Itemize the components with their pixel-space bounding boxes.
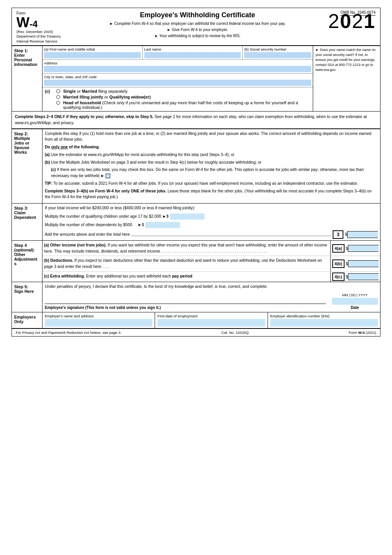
- instruction-1: ► Complete Form W-4 so that your employe…: [67, 21, 328, 27]
- step3-other-input[interactable]: [145, 222, 180, 228]
- step4a-row: (a) Other income (not from jobs). If you…: [42, 241, 380, 256]
- employer-name-label: Employer's name and address: [45, 314, 152, 318]
- step4a-text: (a) Other income (not from jobs). If you…: [42, 241, 330, 256]
- dept-line: Department of the Treasury: [16, 34, 61, 39]
- step2c-checkbox[interactable]: [106, 174, 110, 178]
- header-center: Employee's Withholding Certificate ► Com…: [67, 11, 328, 39]
- form-title: Employee's Withholding Certificate: [67, 11, 328, 19]
- step3-total-text: Add the amounts above and enter the tota…: [45, 232, 130, 238]
- date-input[interactable]: [332, 298, 378, 305]
- filing-opt3-label: Head of household (Check only if you're …: [63, 100, 310, 110]
- step2-do-one: Do only one of the following.: [45, 144, 378, 150]
- employer-date-cell: First date of employment: [155, 312, 268, 328]
- last-name-input[interactable]: [144, 52, 241, 58]
- signature-line[interactable]: [45, 293, 326, 304]
- last-name-label: Last name: [144, 47, 241, 51]
- last-name-block: Last name: [143, 46, 243, 59]
- step2-sub2: Jobs or: [14, 141, 40, 145]
- step1-side-note: ► Does your name match the name on your …: [313, 46, 380, 111]
- radio3[interactable]: [56, 101, 60, 105]
- step4b-box-area: 4(b) $: [330, 256, 380, 271]
- employer-ein-label: Employer identification number (EIN): [270, 314, 378, 318]
- step1-row: Step 1: Enter Personal Information (a) F…: [12, 46, 380, 112]
- filing-options: Single or Married filing separately Marr…: [56, 89, 310, 110]
- city-block: City or town, state, and ZIP code: [42, 74, 313, 87]
- privacy-note: For Privacy Act and Paperwork Reduction …: [16, 330, 121, 335]
- employer-ein-cell: Employer identification number (EIN): [268, 312, 380, 328]
- step5-row: Step 5: Sign Here Under penalties of per…: [12, 282, 380, 312]
- first-name-input[interactable]: [44, 52, 141, 58]
- complete-notice: Complete Steps 2–4 ONLY if they apply to…: [12, 112, 380, 129]
- omb-number: OMB No. 1545-0074: [340, 10, 376, 16]
- step4-sub2: Other: [14, 252, 40, 257]
- filing-option2: Married filing jointly or Qualifying wid…: [56, 95, 310, 99]
- step2-label: Step 2: Multiple Jobs or Spouse Works: [12, 129, 42, 204]
- step4a-box-area: 4(a) $: [330, 241, 380, 256]
- step3-total-input[interactable]: [347, 231, 378, 238]
- step4-label: Step 4 (optional): Other Adjustment s: [12, 241, 42, 282]
- step1-sub2: Personal: [14, 57, 40, 62]
- c-label: (c): [45, 89, 52, 94]
- form-w4-logo: W-4: [16, 16, 38, 30]
- step1-num: Step 1:: [14, 48, 40, 53]
- employer-date-input[interactable]: [157, 319, 265, 327]
- date-format: MM | DD | YYYY: [332, 293, 378, 298]
- step1-main: (a) First name and middle initial Last n…: [42, 46, 380, 111]
- side-note-text: ► Does your name match the name on your …: [315, 48, 376, 72]
- filing-opt2-label: Married filing jointly or Qualifying wid…: [63, 95, 151, 99]
- step4-sub1: (optional):: [14, 248, 40, 252]
- step1-sub1: Enter: [14, 53, 40, 57]
- ssn-block: (b) Social security number: [243, 46, 313, 59]
- first-name-label: (a) First name and middle initial: [44, 47, 141, 51]
- step5-label: Step 5: Sign Here: [12, 282, 42, 312]
- step2-sub3: Spouse: [14, 145, 40, 150]
- step4-row: Step 4 (optional): Other Adjustment s (a…: [12, 241, 380, 282]
- address-block: Address: [42, 59, 313, 74]
- employers-word2: Only: [14, 319, 40, 324]
- employer-name-cell: Employer's name and address: [42, 312, 155, 328]
- radio1[interactable]: [56, 89, 60, 93]
- filing-section: (c) Single or Married filing separately …: [42, 87, 313, 111]
- filing-opt1-label: Single or Married filing separately: [63, 89, 127, 94]
- employer-name-input[interactable]: [45, 319, 152, 327]
- sig-label: Employee's signature (This form is not v…: [45, 305, 326, 310]
- complete-notice-text: Complete Steps 2–4 ONLY if they apply to…: [15, 114, 367, 125]
- step4c-box: 4(c): [332, 273, 345, 281]
- step1-label: Step 1: Enter Personal Information: [12, 46, 42, 111]
- step4c-box-area: 4(c) $: [330, 272, 380, 282]
- employer-ein-input[interactable]: [270, 319, 378, 327]
- step2-intro: Complete this step if you (1) hold more …: [45, 131, 378, 143]
- step2-num: Step 2:: [14, 131, 40, 136]
- address-label: Address: [44, 61, 311, 65]
- address-input[interactable]: [44, 66, 311, 72]
- step4c-text: (c) Extra withholding. Enter any additio…: [42, 272, 330, 282]
- date-block: MM | DD | YYYY Date: [332, 293, 378, 311]
- first-name-block: (a) First name and middle initial: [42, 46, 143, 59]
- filing-c-row: (c) Single or Married filing separately …: [45, 89, 310, 110]
- step3-calc-row2: Multiply the number of other dependents …: [45, 222, 378, 228]
- year-thin: 2: [328, 10, 340, 32]
- step4b-input[interactable]: [348, 260, 379, 267]
- instruction-2: ► Give Form W-4 to your employer.: [67, 27, 328, 33]
- name-ssn-row: (a) First name and middle initial Last n…: [42, 46, 313, 59]
- step2-tip: TIP: To be accurate, submit a 2021 Form …: [45, 181, 378, 187]
- radio2[interactable]: [56, 95, 60, 99]
- step4c-input[interactable]: [348, 273, 379, 280]
- ssn-input[interactable]: [244, 52, 311, 58]
- city-input[interactable]: [44, 80, 311, 86]
- step4a-input[interactable]: [348, 245, 379, 252]
- step4-num: Step 4: [14, 243, 40, 248]
- step3-sub2: Dependent: [14, 215, 40, 220]
- step3-line1-text: Multiply the number of qualifying childr…: [45, 213, 168, 220]
- step2-sub1: Multiple: [14, 136, 40, 141]
- step1-fields-area: (a) First name and middle initial Last n…: [42, 46, 313, 111]
- step4-sub4: s: [14, 261, 40, 266]
- step2-content: Complete this step if you (1) hold more …: [42, 129, 380, 204]
- step2-row: Step 2: Multiple Jobs or Spouse Works Co…: [12, 129, 380, 204]
- step3-calc-row1: Multiply the number of qualifying childr…: [45, 213, 378, 220]
- step3-children-input[interactable]: [170, 213, 204, 220]
- step2-option-a: (a) Use the estimator at www.irs.gov/W4A…: [45, 152, 378, 158]
- form-dash: -4: [29, 20, 38, 29]
- cat-no: Cat. No. 10220Q: [221, 330, 248, 335]
- signature-area: Employee's signature (This form is not v…: [45, 293, 326, 310]
